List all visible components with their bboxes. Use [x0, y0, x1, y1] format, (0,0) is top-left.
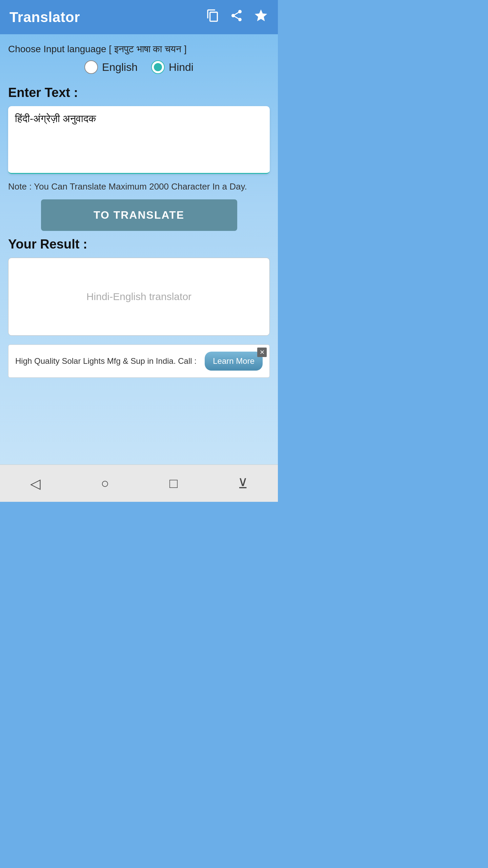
english-radio-circle: [84, 60, 98, 74]
radio-group: English Hindi: [8, 60, 270, 74]
result-label: Your Result :: [8, 237, 270, 252]
enter-text-label: Enter Text :: [8, 85, 270, 100]
main-content: Choose Input language [ इनपुट भाषा का चय…: [0, 34, 278, 465]
app-title: Translator: [9, 9, 80, 25]
translate-button[interactable]: TO TRANSLATE: [41, 199, 237, 231]
share-icon[interactable]: [230, 9, 243, 25]
result-area: Hindi-English translator: [8, 258, 270, 336]
learn-more-button[interactable]: Learn More: [205, 352, 263, 371]
english-radio-option[interactable]: English: [84, 60, 138, 74]
ad-close-button[interactable]: ✕: [257, 348, 267, 357]
download-button[interactable]: ⊻: [238, 476, 248, 491]
hindi-radio-label: Hindi: [169, 61, 194, 74]
hindi-radio-option[interactable]: Hindi: [151, 60, 194, 74]
text-input[interactable]: हिंदी-अंग्रेज़ी अनुवादक: [8, 106, 270, 174]
ad-text: High Quality Solar Lights Mfg & Sup in I…: [15, 355, 205, 367]
copy-icon[interactable]: [206, 9, 220, 25]
note-text: Note : You Can Translate Maximum 2000 Ch…: [8, 180, 270, 193]
home-button[interactable]: ○: [101, 476, 109, 491]
ad-banner: ✕ High Quality Solar Lights Mfg & Sup in…: [8, 344, 270, 378]
recent-apps-button[interactable]: □: [169, 476, 178, 491]
english-radio-label: English: [102, 61, 138, 74]
language-section: Choose Input language [ इनपुट भाषा का चय…: [8, 41, 270, 77]
bottom-nav: ◁ ○ □ ⊻: [0, 465, 278, 502]
star-icon[interactable]: [253, 8, 268, 26]
hindi-radio-circle: [151, 60, 165, 74]
app-bar-icons: [206, 8, 268, 26]
language-label: Choose Input language [ इनपुट भाषा का चय…: [8, 44, 270, 55]
back-button[interactable]: ◁: [30, 476, 41, 491]
hindi-radio-inner: [154, 63, 162, 71]
app-bar: Translator: [0, 0, 278, 34]
result-text: Hindi-English translator: [86, 291, 191, 302]
